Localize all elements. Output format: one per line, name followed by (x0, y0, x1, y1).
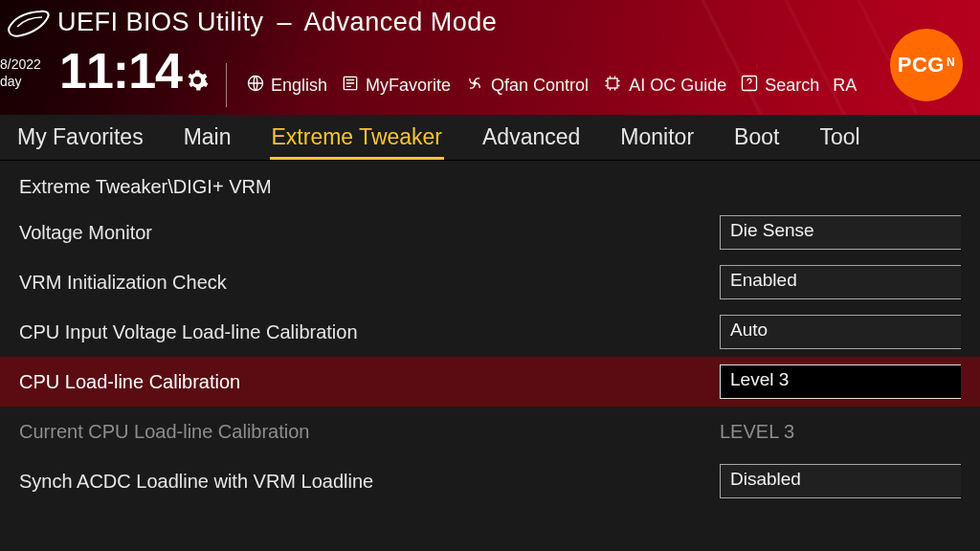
bios-header: UEFI BIOS Utility – Advanced Mode 8/2022… (0, 0, 980, 115)
aura-button[interactable]: RA (833, 76, 857, 96)
search-label: Search (765, 76, 819, 96)
breadcrumb: Extreme Tweaker\DIGI+ VRM (0, 161, 980, 208)
label-cpu-llc: CPU Load-line Calibration (19, 371, 240, 393)
row-synch-acdc: Synch ACDC Loadline with VRM Loadline Di… (0, 456, 980, 506)
language-button[interactable]: English (246, 74, 327, 98)
language-label: English (271, 76, 327, 96)
value-current-cpu-llc: LEVEL 3 (720, 421, 961, 443)
tab-tool[interactable]: Tool (817, 117, 861, 160)
badge-text: PCG (898, 53, 945, 77)
chip-icon (602, 74, 623, 98)
clock-time: 11:14 (59, 42, 182, 99)
aioc-button[interactable]: AI OC Guide (602, 74, 726, 98)
tab-main[interactable]: Main (182, 117, 234, 160)
qfan-label: Qfan Control (491, 76, 589, 96)
select-voltage-monitor[interactable]: Die Sense (720, 215, 961, 250)
badge-sup: N (947, 55, 955, 69)
title-separator: – (278, 8, 293, 36)
tab-monitor[interactable]: Monitor (618, 117, 696, 160)
tab-boot[interactable]: Boot (732, 117, 781, 160)
title-right: Advanced Mode (304, 8, 498, 36)
qfan-button[interactable]: Qfan Control (464, 74, 589, 98)
label-vrm-init-check: VRM Initialization Check (19, 272, 227, 294)
row-cpu-input-llc: CPU Input Voltage Load-line Calibration … (0, 307, 980, 357)
label-synch-acdc: Synch ACDC Loadline with VRM Loadline (19, 471, 373, 493)
row-current-cpu-llc: Current CPU Load-line Calibration LEVEL … (0, 407, 980, 456)
help-icon (740, 74, 759, 98)
toolbar-separator (226, 63, 227, 107)
select-cpu-input-llc[interactable]: Auto (720, 315, 961, 349)
rog-logo-icon (6, 6, 52, 44)
row-voltage-monitor: Voltage Monitor Die Sense (0, 208, 980, 257)
globe-icon (246, 74, 265, 98)
title-left: UEFI BIOS Utility (57, 8, 264, 36)
fan-icon (464, 74, 485, 98)
select-vrm-init-check[interactable]: Enabled (720, 265, 961, 299)
myfavorite-label: MyFavorite (366, 76, 451, 96)
bios-title: UEFI BIOS Utility – Advanced Mode (57, 8, 497, 37)
tab-extreme-tweaker[interactable]: Extreme Tweaker (270, 117, 445, 160)
aura-label: RA (833, 76, 857, 96)
day-text: day (0, 73, 41, 90)
myfavorite-button[interactable]: MyFavorite (341, 74, 451, 98)
clock: 11:14 (59, 42, 209, 103)
label-voltage-monitor: Voltage Monitor (19, 222, 152, 244)
gear-icon[interactable] (186, 46, 209, 103)
main-tabs: My Favorites Main Extreme Tweaker Advanc… (0, 115, 980, 161)
search-button[interactable]: Search (740, 74, 819, 98)
svg-point-2 (474, 81, 477, 84)
date-text: 8/2022 (0, 55, 41, 73)
label-cpu-input-llc: CPU Input Voltage Load-line Calibration (19, 321, 358, 343)
tab-my-favorites[interactable]: My Favorites (15, 117, 145, 160)
tab-advanced[interactable]: Advanced (480, 117, 582, 160)
select-cpu-llc[interactable]: Level 3 (720, 364, 961, 399)
bios-toolbar: English MyFavorite Qfan Control AI OC Gu… (226, 63, 970, 107)
settings-panel: Extreme Tweaker\DIGI+ VRM Voltage Monito… (0, 161, 980, 506)
aioc-label: AI OC Guide (629, 76, 726, 96)
label-current-cpu-llc: Current CPU Load-line Calibration (19, 421, 309, 443)
row-vrm-init-check: VRM Initialization Check Enabled (0, 257, 980, 307)
row-cpu-llc[interactable]: CPU Load-line Calibration Level 3 (0, 357, 980, 407)
pcgn-badge: PCGN (890, 29, 963, 101)
select-synch-acdc[interactable]: Disabled (720, 464, 961, 498)
favorite-icon (341, 74, 360, 98)
date-block: 8/2022 day (0, 55, 41, 90)
svg-rect-3 (608, 78, 617, 88)
